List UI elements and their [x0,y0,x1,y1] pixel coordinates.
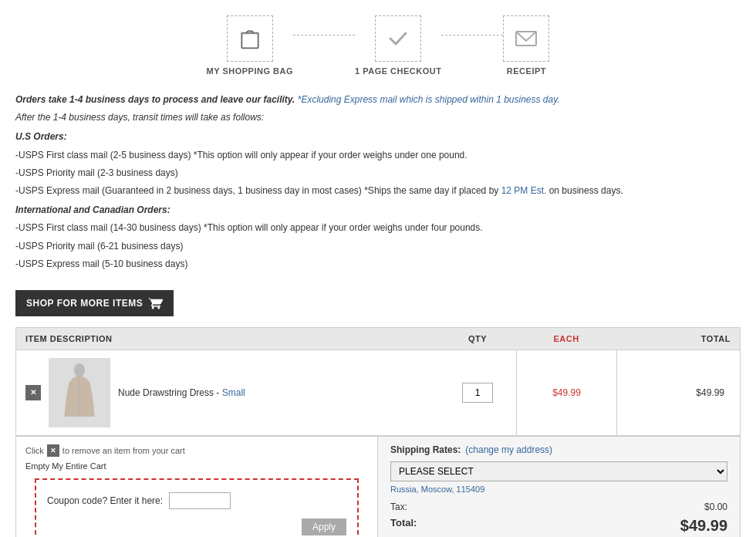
remove-hint-post: to remove an item from your cart [62,446,185,455]
col-total-cell: $49.99 [616,350,740,435]
svg-rect-1 [240,32,259,35]
shipping-rates-row: Shipping Rates: (change my address) [390,444,727,455]
step-checkout-label: 1 PAGE CHECKOUT [355,66,441,76]
qty-input[interactable] [462,383,493,403]
product-size: Small [222,387,245,398]
cart-table: ITEM DESCRIPTION QTY EACH TOTAL ✕ Nude D… [15,327,741,537]
col-each-cell: $49.99 [516,350,616,435]
total-label: Total: [390,517,417,535]
cart-header: ITEM DESCRIPTION QTY EACH TOTAL [16,328,740,350]
step-receipt: RECEIPT [503,15,549,76]
change-address-link[interactable]: (change my address) [465,444,552,455]
product-name-text: Nude Drawstring Dress - [118,387,222,398]
shopping-bag-icon-box [227,15,273,62]
info-intl-title: International and Canadian Orders: [15,203,741,218]
total-value: $49.99 [680,517,727,535]
checkout-icon-box [375,15,421,62]
info-line1-blue: *Excluding Express mail which is shipped… [298,94,560,105]
product-image [49,358,110,427]
x-hint-icon: ✕ [47,444,59,457]
col-header-description: ITEM DESCRIPTION [16,328,439,350]
col-header-each: EACH [516,328,616,350]
left-bottom: Click ✕ to remove an item from your cart… [16,437,378,537]
tax-row: Tax: $0.00 [390,502,727,512]
info-us-line2: -USPS Priority mail (2-3 business days) [15,166,741,181]
apply-button[interactable]: Apply [302,518,346,535]
table-row: ✕ Nude Drawstring Dress - Small $49.99 $… [16,350,740,436]
info-us-line1: -USPS First class mail (2-5 business day… [15,148,741,163]
bottom-section: Click ✕ to remove an item from your cart… [16,436,740,537]
coupon-label: Coupon code? Enter it here: [47,495,163,506]
shop-for-more-button[interactable]: SHOP FOR MORE ITEMS [15,290,174,316]
shop-btn-label: SHOP FOR MORE ITEMS [26,298,143,309]
connector-1 [293,35,355,35]
info-line2: After the 1-4 business days, transit tim… [15,110,741,125]
step-shopping-bag: MY SHOPPING BAG [207,15,293,76]
coupon-input[interactable] [169,492,231,509]
connector-2 [441,35,503,35]
info-section: Orders take 1-4 business days to process… [0,83,756,282]
coupon-section: Coupon code? Enter it here: Apply [35,478,359,537]
col-qty-cell [439,350,516,435]
total-row: Total: $49.99 [390,517,727,535]
step-checkout: 1 PAGE CHECKOUT [355,15,441,76]
envelope-icon [514,26,538,51]
empty-cart-link[interactable]: Empty My Entire Cart [25,461,368,471]
shipping-label: Shipping Rates: [390,444,461,455]
col-header-total: TOTAL [616,328,740,350]
right-bottom: Shipping Rates: (change my address) PLEA… [378,437,740,537]
product-name: Nude Drawstring Dress - Small [118,387,245,398]
svg-rect-0 [241,33,258,49]
cart-icon [149,296,163,310]
svg-point-4 [74,363,85,377]
remove-hint-pre: Click [25,446,44,455]
tax-label: Tax: [390,502,407,512]
col-description: ✕ Nude Drawstring Dress - Small [16,350,439,435]
address-text: Russia, Moscow, 115409 [390,485,727,494]
coupon-row: Coupon code? Enter it here: [47,492,346,509]
progress-bar: MY SHOPPING BAG 1 PAGE CHECKOUT RECEIPT [0,0,756,83]
receipt-icon-box [503,15,549,62]
info-line1-bold: Orders take 1-4 business days to process… [15,94,295,105]
shop-btn-container: SHOP FOR MORE ITEMS [0,282,756,327]
info-us-title: U.S Orders: [15,130,741,144]
remove-hint: Click ✕ to remove an item from your cart [25,444,368,457]
info-intl-line2: -USPS Priority mail (6-21 business days) [15,239,741,254]
step-receipt-label: RECEIPT [507,66,546,76]
shipping-select[interactable]: PLEASE SELECT [390,461,727,481]
bag-icon [238,26,262,51]
tax-value: $0.00 [704,502,727,512]
check-icon [386,26,410,51]
time-highlight: 12 PM Est. [501,185,547,196]
product-image-svg [56,362,103,424]
col-header-qty: QTY [439,328,516,350]
info-us-line3: -USPS Express mail (Guaranteed in 2 busi… [15,184,741,198]
info-intl-line1: -USPS First class mail (14-30 business d… [15,221,741,235]
info-intl-line3: -USPS Express mail (5-10 business days) [15,257,741,272]
step-shopping-bag-label: MY SHOPPING BAG [207,66,293,76]
remove-item-button[interactable]: ✕ [25,385,41,400]
